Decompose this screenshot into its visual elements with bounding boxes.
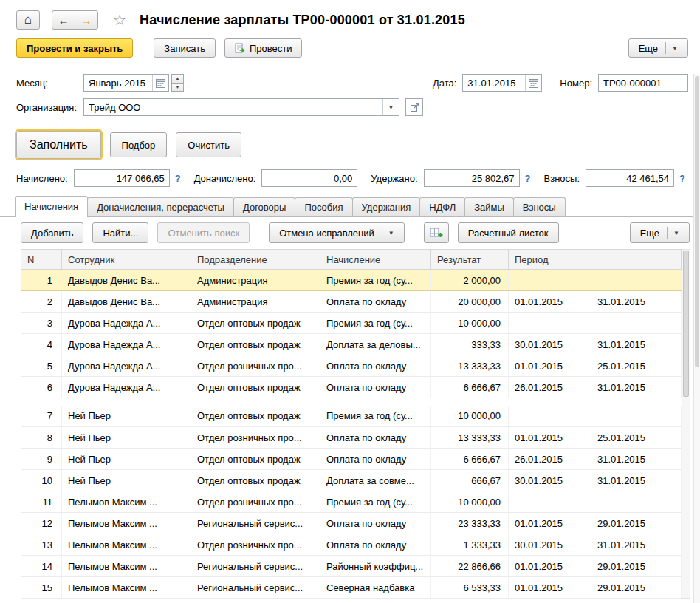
table-row[interactable]: 12Пелымов Максим ...Региональный сервис.…: [21, 513, 682, 534]
cell-emp[interactable]: Давыдов Денис Ва...: [62, 270, 191, 291]
cell-acc[interactable]: Районный коэффиц...: [320, 556, 431, 577]
cell-p1[interactable]: 26.01.2015: [509, 377, 591, 398]
cell-dep[interactable]: Администрация: [191, 270, 320, 291]
save-button[interactable]: Записать: [154, 38, 216, 58]
cell-p1[interactable]: [509, 270, 591, 291]
cell-acc[interactable]: Оплата по окладу: [320, 513, 431, 534]
cell-acc[interactable]: Оплата по окладу: [320, 427, 431, 449]
cell-acc[interactable]: Доплата за совме...: [320, 470, 431, 491]
cell-acc[interactable]: Премия за год (су...: [320, 313, 431, 334]
month-input[interactable]: [84, 75, 152, 91]
find-button[interactable]: Найти...: [92, 222, 148, 243]
fill-button[interactable]: Заполнить: [16, 131, 101, 159]
cell-res[interactable]: 6 533,33: [431, 577, 509, 599]
cell-emp[interactable]: Ней Пьер: [62, 427, 191, 449]
cell-n[interactable]: 7: [21, 406, 62, 427]
cell-res[interactable]: 13 333,33: [431, 427, 509, 449]
cell-n[interactable]: 2: [21, 291, 62, 313]
cell-res[interactable]: 10 000,00: [431, 313, 509, 334]
cell-p1[interactable]: 01.01.2015: [509, 427, 591, 449]
cell-p1[interactable]: 30.01.2015: [509, 534, 591, 556]
table-row[interactable]: 8Ней ПьерОтдел розничных про...Оплата по…: [21, 427, 682, 449]
month-calendar-button[interactable]: [152, 75, 168, 91]
cell-p2[interactable]: [591, 406, 682, 427]
cell-n[interactable]: 12: [21, 513, 62, 534]
table-row[interactable]: 10Ней ПьерОтдел оптовых продажДоплата за…: [21, 470, 682, 491]
cell-p1[interactable]: 01.01.2015: [509, 556, 591, 577]
column-header-accrual[interactable]: Начисление: [320, 250, 431, 270]
number-input[interactable]: [598, 74, 688, 92]
cell-p1[interactable]: [509, 406, 591, 427]
table-row[interactable]: 14Пелымов Максим ...Региональный сервис.…: [21, 556, 682, 577]
tab-4[interactable]: Удержания: [352, 197, 421, 216]
cell-n[interactable]: 6: [21, 377, 62, 398]
cell-n[interactable]: 9: [21, 449, 62, 470]
organization-input[interactable]: [84, 99, 382, 115]
cell-n[interactable]: 14: [21, 556, 62, 577]
post-and-close-button[interactable]: Провести и закрыть: [16, 38, 133, 58]
organization-dropdown-button[interactable]: ▼: [382, 99, 399, 115]
cell-acc[interactable]: Оплата по окладу: [320, 449, 431, 470]
column-header-result[interactable]: Результат: [431, 250, 509, 270]
cell-acc[interactable]: Оплата по окладу: [320, 534, 431, 556]
cell-dep[interactable]: Региональный сервис...: [191, 513, 320, 534]
cell-n[interactable]: 3: [21, 313, 62, 334]
home-button[interactable]: ⌂: [16, 10, 40, 30]
withheld-help-link[interactable]: ?: [525, 173, 531, 184]
contributions-input[interactable]: [586, 169, 674, 187]
cell-dep[interactable]: Отдел оптовых продаж: [191, 313, 320, 334]
table-row[interactable]: 2Давыдов Денис Ва...АдминистрацияОплата …: [21, 291, 682, 313]
cell-dep[interactable]: Отдел розничных про...: [191, 491, 320, 513]
cell-acc[interactable]: Премия за год (су...: [320, 406, 431, 427]
tab-2[interactable]: Договоры: [233, 197, 295, 216]
cell-res[interactable]: 10 000,00: [431, 491, 509, 513]
column-header-employee[interactable]: Сотрудник: [62, 250, 191, 270]
cell-p1[interactable]: 26.01.2015: [509, 449, 591, 470]
table-row[interactable]: 7Ней ПьерОтдел оптовых продажПремия за г…: [21, 406, 682, 427]
more-button-top[interactable]: Еще ▼: [628, 38, 688, 58]
cell-emp[interactable]: Пелымов Максим ...: [62, 513, 191, 534]
tab-7[interactable]: Взносы: [513, 197, 566, 216]
cell-p2[interactable]: [591, 313, 682, 334]
cell-p1[interactable]: [509, 313, 591, 334]
table-scrollbar[interactable]: [682, 249, 690, 599]
column-header-period[interactable]: Период: [509, 250, 591, 270]
cell-p2[interactable]: 31.01.2015: [591, 449, 682, 470]
cell-dep[interactable]: Отдел розничных про...: [191, 427, 320, 449]
cell-p2[interactable]: 31.01.2015: [591, 334, 682, 355]
cell-dep[interactable]: Региональный сервис...: [191, 556, 320, 577]
cell-res[interactable]: 22 866,66: [431, 556, 509, 577]
grid-settings-button[interactable]: [424, 222, 449, 243]
cell-p1[interactable]: 01.01.2015: [509, 355, 591, 377]
cell-n[interactable]: 8: [21, 427, 62, 449]
accrued-input[interactable]: [74, 169, 170, 187]
favorite-star-icon[interactable]: ☆: [113, 11, 126, 29]
post-button[interactable]: Провести: [224, 38, 303, 58]
date-input[interactable]: [463, 75, 525, 91]
cell-acc[interactable]: Оплата по окладу: [320, 291, 431, 313]
cell-p2[interactable]: 31.01.2015: [591, 291, 682, 313]
cell-res[interactable]: 23 333,33: [431, 513, 509, 534]
tab-0[interactable]: Начисления: [15, 196, 88, 217]
cell-emp[interactable]: Дурова Надежда А...: [62, 355, 191, 377]
cell-emp[interactable]: Дурова Надежда А...: [62, 334, 191, 355]
page-scrollbar-thumb[interactable]: [695, 76, 699, 367]
table-row[interactable]: 15Пелымов Максим ...Региональный сервис.…: [21, 577, 682, 599]
tab-1[interactable]: Доначисления, перерасчеты: [87, 197, 234, 216]
added-input[interactable]: [261, 169, 357, 187]
cell-res[interactable]: 6 666,67: [431, 449, 509, 470]
cell-p2[interactable]: 31.01.2015: [591, 377, 682, 398]
cell-acc[interactable]: Доплата за деловы...: [320, 334, 431, 355]
cell-p1[interactable]: 01.01.2015: [509, 513, 591, 534]
table-row[interactable]: 13Пелымов Максим ...Отдел розничных про.…: [21, 534, 682, 556]
cell-emp[interactable]: Пелымов Максим ...: [62, 491, 191, 513]
cell-res[interactable]: 20 000,00: [431, 291, 509, 313]
withheld-input[interactable]: [424, 169, 520, 187]
cell-acc[interactable]: Премия за год (су...: [320, 491, 431, 513]
table-row[interactable]: 11Пелымов Максим ...Отдел розничных про.…: [21, 491, 682, 513]
cell-dep[interactable]: Региональный сервис...: [191, 577, 320, 599]
cell-p2[interactable]: 29.01.2015: [591, 556, 682, 577]
cell-dep[interactable]: Отдел оптовых продаж: [191, 334, 320, 355]
column-header-period-end[interactable]: [591, 250, 682, 270]
cell-res[interactable]: 333,33: [431, 334, 509, 355]
